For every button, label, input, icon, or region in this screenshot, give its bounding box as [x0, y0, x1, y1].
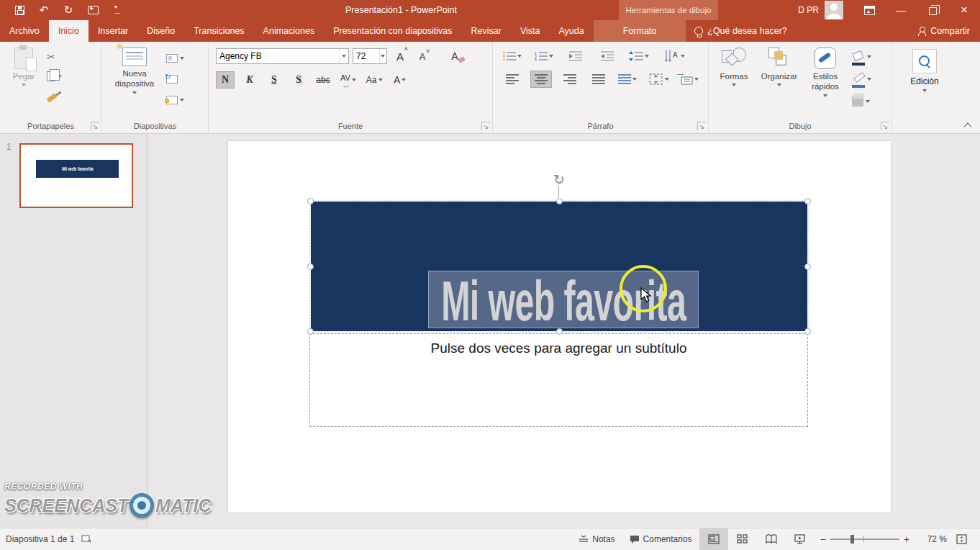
align-center-button[interactable]: [530, 71, 552, 88]
tab-animaciones[interactable]: Animaciones: [254, 20, 325, 42]
italic-button[interactable]: K: [240, 71, 259, 89]
strikethrough-button[interactable]: abc: [314, 71, 332, 89]
fit-to-window-button[interactable]: [947, 528, 976, 550]
notes-button[interactable]: Notas: [571, 528, 622, 550]
paragraph-dialog-launcher[interactable]: [697, 122, 706, 130]
align-text-button[interactable]: [648, 71, 670, 88]
save-button[interactable]: [7, 0, 32, 20]
tab-formato[interactable]: Formato: [614, 20, 666, 42]
arrange-button[interactable]: Organizar: [758, 45, 801, 119]
display-settings-icon[interactable]: [81, 535, 91, 544]
bullets-button[interactable]: [502, 48, 523, 65]
zoom-out-button[interactable]: −: [820, 533, 826, 545]
font-name-input[interactable]: [217, 49, 339, 63]
slide-canvas[interactable]: ↻ Mi web favorita: [228, 141, 891, 513]
resize-handle-top-center[interactable]: [556, 198, 563, 204]
chevron-down-icon[interactable]: [379, 49, 386, 63]
shape-outline-button[interactable]: [850, 71, 874, 87]
view-normal-button[interactable]: [699, 528, 728, 550]
clear-formatting-button[interactable]: A: [445, 48, 464, 65]
zoom-slider-thumb[interactable]: [850, 535, 854, 544]
tell-me-box[interactable]: ¿Qué desea hacer?: [686, 20, 796, 42]
minimize-button[interactable]: —: [885, 0, 917, 20]
customize-quick-access-button[interactable]: ▾—: [105, 0, 130, 20]
title-shape[interactable]: ↻ Mi web favorita: [311, 202, 807, 331]
reset-slide-button[interactable]: [164, 71, 186, 87]
resize-handle-top-right[interactable]: [804, 198, 811, 204]
columns-button[interactable]: [617, 71, 638, 88]
resize-handle-bottom-center[interactable]: [556, 328, 563, 335]
shapes-button[interactable]: Formas: [714, 45, 753, 119]
comments-button[interactable]: Comentarios: [622, 528, 699, 550]
zoom-slider[interactable]: [830, 538, 899, 540]
font-size-combobox[interactable]: [353, 48, 387, 64]
tab-revisar[interactable]: Revisar: [462, 20, 511, 42]
justify-button[interactable]: [588, 71, 609, 88]
align-left-button[interactable]: [502, 71, 523, 88]
align-right-button[interactable]: [559, 71, 581, 88]
slide-thumbnail[interactable]: Mi web favorita: [19, 143, 133, 208]
chevron-down-icon[interactable]: [339, 49, 348, 63]
collapse-ribbon-button[interactable]: [964, 122, 971, 129]
tab-inicio[interactable]: Inicio: [49, 20, 89, 42]
character-spacing-button[interactable]: AV: [338, 71, 358, 89]
share-button[interactable]: Compartir: [917, 20, 970, 42]
bold-button[interactable]: N: [216, 71, 235, 89]
resize-handle-top-left[interactable]: [307, 198, 314, 204]
close-button[interactable]: ×: [948, 0, 980, 20]
cut-button[interactable]: ✂: [45, 49, 64, 65]
shape-fill-button[interactable]: [850, 49, 874, 65]
redo-button[interactable]: ↻: [56, 0, 81, 20]
paste-button[interactable]: Pegar: [3, 45, 45, 119]
underline-button[interactable]: S: [265, 71, 283, 89]
increase-indent-button[interactable]: [596, 48, 618, 65]
editing-button[interactable]: Edición: [904, 45, 945, 119]
format-painter-button[interactable]: [45, 88, 64, 104]
increase-font-size-button[interactable]: A: [391, 48, 409, 65]
restore-button[interactable]: [917, 0, 948, 20]
tab-insertar[interactable]: Insertar: [89, 20, 137, 42]
numbering-button[interactable]: 123: [533, 48, 555, 65]
subtitle-placeholder[interactable]: Pulse dos veces para agregar un subtítul…: [309, 333, 808, 427]
tab-presentacion[interactable]: Presentación con diapositivas: [324, 20, 461, 42]
start-presentation-button[interactable]: [81, 0, 105, 20]
decrease-font-size-button[interactable]: A: [413, 48, 432, 65]
font-dialog-launcher[interactable]: [481, 122, 490, 130]
resize-handle-middle-left[interactable]: [307, 263, 314, 270]
new-slide-button[interactable]: Nueva diapositiva: [105, 45, 164, 119]
shape-effects-button[interactable]: [850, 94, 874, 109]
tab-transiciones[interactable]: Transiciones: [184, 20, 253, 42]
view-reading-button[interactable]: [757, 528, 786, 550]
font-size-input[interactable]: [353, 49, 379, 63]
resize-handle-middle-right[interactable]: [804, 263, 811, 270]
copy-button[interactable]: [45, 68, 64, 84]
tab-ayuda[interactable]: Ayuda: [550, 20, 594, 42]
font-name-combobox[interactable]: [216, 48, 349, 64]
convert-smartart-button[interactable]: [677, 71, 699, 88]
change-case-button[interactable]: Aa: [364, 71, 385, 89]
tab-diseno[interactable]: Diseño: [137, 20, 184, 42]
tab-vista[interactable]: Vista: [511, 20, 550, 42]
view-slide-sorter-button[interactable]: [728, 528, 757, 550]
decrease-indent-button[interactable]: [565, 48, 586, 65]
view-slideshow-button[interactable]: [786, 528, 815, 550]
zoom-level[interactable]: 72 %: [915, 534, 947, 544]
text-shadow-button[interactable]: S: [289, 71, 308, 89]
resize-handle-bottom-left[interactable]: [307, 328, 314, 335]
tab-archivo[interactable]: Archivo: [0, 20, 49, 42]
drawing-dialog-launcher[interactable]: [881, 122, 889, 130]
clipboard-dialog-launcher[interactable]: [91, 122, 99, 130]
avatar[interactable]: [825, 1, 843, 19]
slide-thumbnail-panel[interactable]: 1 Mi web favorita: [0, 134, 148, 528]
rotation-handle[interactable]: ↻: [553, 174, 565, 197]
font-color-button[interactable]: A: [391, 71, 409, 89]
undo-button[interactable]: ↶: [32, 0, 56, 20]
line-spacing-button[interactable]: [628, 48, 650, 65]
zoom-in-button[interactable]: +: [904, 533, 909, 545]
section-button[interactable]: [164, 92, 186, 108]
text-direction-button[interactable]: A: [664, 48, 686, 65]
slide-layout-button[interactable]: [164, 50, 186, 66]
quick-styles-button[interactable]: Estilos rápidos: [805, 45, 845, 119]
resize-handle-bottom-right[interactable]: [804, 328, 811, 335]
ribbon-display-options-button[interactable]: [853, 0, 885, 20]
